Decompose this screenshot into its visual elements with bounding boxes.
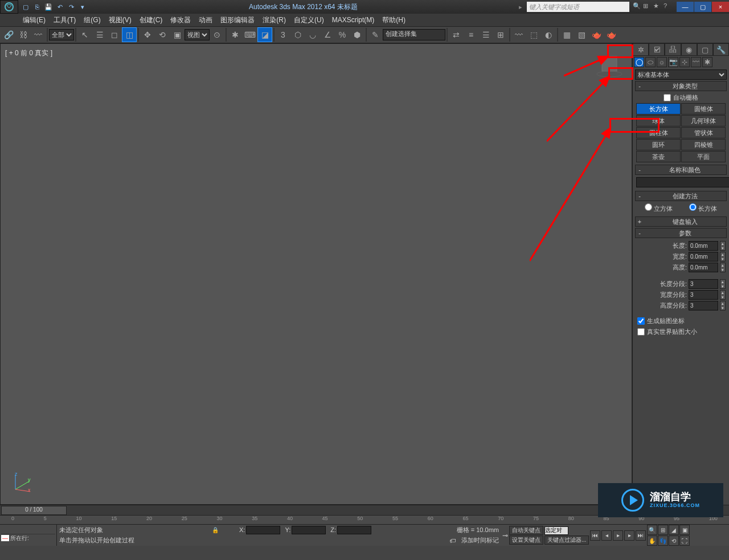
- select-by-name-icon[interactable]: ☰: [92, 27, 107, 42]
- menu-group[interactable]: 组(G): [84, 15, 100, 25]
- zoom-icon[interactable]: 🔍: [647, 525, 657, 535]
- subcat-helpers-icon[interactable]: ⊹: [679, 57, 690, 67]
- layers-icon[interactable]: ☰: [478, 27, 493, 42]
- comm-center-icon[interactable]: ⊞: [643, 2, 652, 11]
- align-icon[interactable]: ≡: [464, 27, 478, 42]
- menu-grapheditors[interactable]: 图形编辑器: [220, 15, 255, 25]
- gen-mapping-checkbox[interactable]: [637, 317, 645, 325]
- btn-box[interactable]: 长方体: [636, 103, 681, 115]
- material-editor-icon[interactable]: ◐: [541, 27, 556, 42]
- width-spinner[interactable]: 0.0mm: [689, 252, 718, 261]
- menu-views[interactable]: 视图(V): [109, 15, 132, 25]
- tab-modify[interactable]: 🗹: [649, 43, 665, 56]
- prev-frame-icon[interactable]: ◂: [601, 530, 612, 541]
- selection-filter-dropdown[interactable]: 全部: [49, 29, 74, 40]
- next-frame-icon[interactable]: ▸: [624, 530, 634, 541]
- key-mode-icon[interactable]: [502, 532, 508, 539]
- render-production-icon[interactable]: 🫖: [604, 27, 619, 42]
- snap-toggle-icon[interactable]: ◪: [257, 27, 272, 42]
- tag-icon[interactable]: 🏷: [449, 537, 456, 544]
- rollout-object-type[interactable]: -对象类型: [635, 81, 727, 91]
- height-spinner[interactable]: 0.0mm: [689, 263, 718, 272]
- btn-geosphere[interactable]: 几何球体: [681, 115, 726, 126]
- btn-plane[interactable]: 平面: [681, 151, 726, 162]
- unlink-icon[interactable]: ⛓: [16, 27, 31, 42]
- viewcube[interactable]: [595, 50, 624, 78]
- goto-start-icon[interactable]: ⏮: [590, 530, 600, 541]
- key-target-input[interactable]: [544, 526, 568, 535]
- angle-snap-icon[interactable]: 3: [276, 27, 290, 42]
- menu-maxscript[interactable]: MAXScript(M): [332, 16, 375, 24]
- btn-teapot[interactable]: 茶壶: [636, 151, 681, 162]
- render-teapot-icon[interactable]: 🫖: [589, 27, 604, 42]
- close-button[interactable]: ×: [712, 2, 729, 12]
- z-coord-input[interactable]: [337, 526, 371, 534]
- radio-box[interactable]: [689, 203, 697, 211]
- length-spinner[interactable]: 0.0mm: [689, 241, 718, 251]
- hseg-spinner[interactable]: 3: [689, 301, 718, 310]
- lseg-spin-buttons[interactable]: ▴▾: [720, 279, 726, 289]
- rollout-creation-method[interactable]: -创建方法: [635, 191, 727, 201]
- subcat-geometry-icon[interactable]: ◯: [634, 57, 644, 67]
- hseg-spin-buttons[interactable]: ▴▾: [720, 301, 726, 310]
- btn-torus[interactable]: 圆环: [636, 139, 681, 150]
- tab-display[interactable]: ▢: [697, 43, 713, 56]
- menu-animation[interactable]: 动画: [199, 15, 212, 25]
- btn-sphere[interactable]: 球体: [636, 115, 681, 126]
- binoculars-icon[interactable]: 🔍: [633, 2, 642, 11]
- qat-more-icon[interactable]: ▾: [77, 2, 88, 12]
- bind-spacewarp-icon[interactable]: 〰: [31, 27, 46, 42]
- autogrid-checkbox[interactable]: [664, 94, 671, 101]
- tab-hierarchy[interactable]: 品: [665, 43, 681, 56]
- play-icon[interactable]: ▸: [613, 530, 623, 541]
- menu-help[interactable]: 帮助(H): [382, 15, 406, 25]
- time-slider-handle[interactable]: 0 / 100: [1, 506, 67, 515]
- btn-pyramid[interactable]: 四棱锥: [681, 139, 726, 150]
- select-object-icon[interactable]: ↖: [77, 27, 92, 42]
- viewport-front[interactable]: [ + 0 前 0 真实 ] zyx: [0, 43, 632, 505]
- maximize-button[interactable]: ▢: [694, 2, 711, 12]
- btn-cylinder[interactable]: 圆柱体: [636, 127, 681, 138]
- select-manipulate-icon[interactable]: ✱: [228, 27, 243, 42]
- pan-icon[interactable]: ✋: [647, 536, 657, 546]
- lock-selection-icon[interactable]: [212, 526, 219, 533]
- named-sel-edit-icon[interactable]: ✎: [368, 27, 383, 42]
- manage-layers-icon[interactable]: ⊞: [493, 27, 508, 42]
- menu-rendering[interactable]: 渲染(R): [263, 15, 286, 25]
- select-region-icon[interactable]: ◻: [107, 27, 122, 42]
- search-input[interactable]: 键入关键字或短语: [527, 2, 629, 12]
- y-coord-input[interactable]: [292, 526, 326, 534]
- mirror-icon[interactable]: ⇄: [449, 27, 464, 42]
- scale-icon[interactable]: ▣: [170, 27, 185, 42]
- qat-new-icon[interactable]: ▢: [21, 2, 31, 12]
- goto-end-icon[interactable]: ⏭: [636, 530, 646, 541]
- maximize-viewport-icon[interactable]: ⛶: [679, 536, 690, 546]
- keyboard-shortcut-icon[interactable]: ⌨: [243, 27, 257, 42]
- subcat-spacewarps-icon[interactable]: 〰: [691, 57, 701, 67]
- radio-cube[interactable]: [645, 203, 652, 211]
- wseg-spinner[interactable]: 3: [689, 290, 718, 300]
- help-icon[interactable]: ?: [664, 2, 673, 11]
- rollout-keyboard-entry[interactable]: +键盘输入: [635, 216, 727, 227]
- rotate-icon[interactable]: ⟲: [155, 27, 170, 42]
- height-spin-buttons[interactable]: ▴▾: [720, 263, 726, 272]
- walk-icon[interactable]: 👣: [658, 536, 668, 546]
- menu-edit[interactable]: 编辑(E): [23, 15, 46, 25]
- render-setup-icon[interactable]: ▦: [559, 27, 574, 42]
- zoom-extents-icon[interactable]: ▣: [679, 525, 690, 535]
- menu-create[interactable]: 创建(C): [140, 15, 163, 25]
- qat-open-icon[interactable]: ⎘: [32, 2, 42, 12]
- length-spin-buttons[interactable]: ▴▾: [720, 241, 726, 251]
- percent-icon[interactable]: %: [335, 27, 350, 42]
- fov-icon[interactable]: ◢: [669, 525, 679, 535]
- width-spin-buttons[interactable]: ▴▾: [720, 252, 726, 261]
- schematic-view-icon[interactable]: ⬚: [526, 27, 541, 42]
- btn-cone[interactable]: 圆锥体: [681, 103, 726, 115]
- percent-snap-icon[interactable]: ⬡: [290, 27, 305, 42]
- menu-tools[interactable]: 工具(T): [54, 15, 76, 25]
- tab-utilities[interactable]: 🔧: [713, 43, 729, 56]
- add-time-tag[interactable]: 添加时间标记: [461, 536, 499, 545]
- btn-tube[interactable]: 管状体: [681, 127, 726, 138]
- lseg-spinner[interactable]: 3: [689, 279, 718, 289]
- ref-coord-dropdown[interactable]: 视图: [185, 29, 210, 40]
